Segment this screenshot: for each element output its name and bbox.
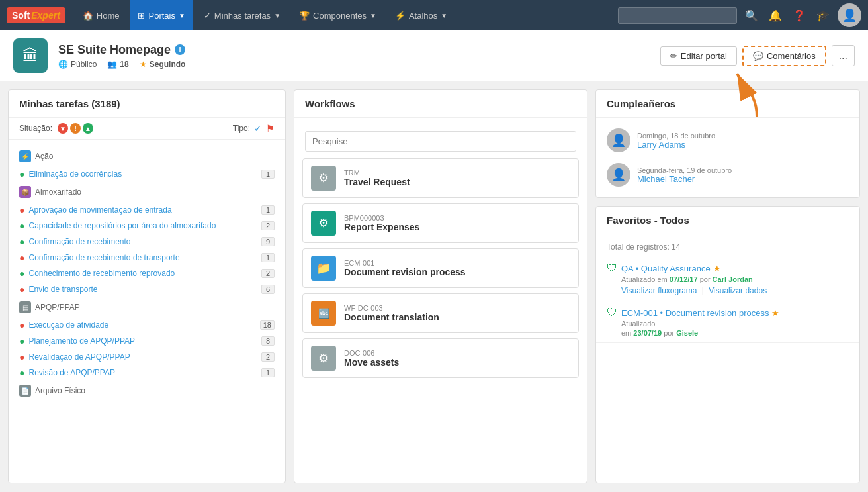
workflow-code-ecm: ECM-001 [344,259,466,267]
components-arrow: ▼ [370,12,376,19]
fav-ecm-date[interactable]: 23/07/19 [633,329,662,337]
portal-info: SE Suite Homepage i 🌐 Público 👥 18 ★ Seg… [58,43,650,69]
birthday-item-michael: 👤 Segunda-feira, 19 de outubro Michael T… [596,158,859,192]
portal-meta: 🌐 Público 👥 18 ★ Seguindo [58,60,650,69]
nav-shortcuts[interactable]: ⚡ Atalhos ▼ [387,0,455,30]
task-link-capacidade[interactable]: Capacidade de repositórios por área do a… [28,221,257,230]
task-item: ● Confirmação de recebimento 9 [9,234,285,250]
task-link-envio[interactable]: Envio de transporte [28,285,257,294]
comments-button[interactable]: 💬 Comentários [742,46,826,66]
softexpert-logo[interactable]: SoftExpert [7,7,65,23]
task-link-confirmacao-transporte[interactable]: Confirmação de recebimento de transporte [28,253,257,262]
michael-info: Segunda-feira, 19 de outubro Michael Tac… [637,166,732,184]
task-link-planejamento[interactable]: Planejamento de APQP/PPAP [28,336,257,346]
filter-tipo-label: Tipo: [233,124,250,133]
portais-arrow: ▼ [179,12,185,19]
filter-green-icon[interactable]: ▲ [83,123,93,134]
filter-orange-icon[interactable]: ! [70,123,81,134]
top-navigation: SoftExpert 🏠 Home ⊞ Portais ▼ ✓ Minhas t… [0,0,868,30]
filter-tipo-section: Tipo: ✓ ⚑ [233,123,275,134]
task-link-revalidacao[interactable]: Revalidação de APQP/PPAP [28,352,257,362]
notifications-icon[interactable]: 🔔 [766,9,785,22]
workflow-item-trm[interactable]: ⚙ TRM Travel Request [302,158,579,198]
task-link-revisao[interactable]: Revisão de APQP/PPAP [28,368,257,377]
apqp-category-label: APQP/PPAP [35,303,80,312]
fav-ecm-meta2: em 23/07/19 por Gisele [621,329,849,337]
michael-name[interactable]: Michael Tacher [637,174,732,184]
workflow-item-bpm[interactable]: ⚙ BPM000003 Report Expenses [302,203,579,243]
task-badge-aprovacao: 1 [261,205,275,215]
task-link-confirmacao[interactable]: Confirmação de recebimento [28,237,257,246]
fav-qa-star: ★ [713,264,721,273]
nav-components[interactable]: 🏆 Componentes ▼ [291,0,384,30]
user-avatar[interactable]: 👤 [838,3,861,27]
nav-portais[interactable]: ⊞ Portais ▼ [130,0,193,30]
academy-icon[interactable]: 🎓 [814,9,832,22]
portal-actions: ✏ Editar portal 💬 Comentários ... [660,45,855,66]
portal-visibility: 🌐 Público [58,60,97,69]
fav-qa-title-row: 🛡 QA • Quality Assurance ★ [607,262,849,274]
task-dot-red-icon: ● [19,352,24,362]
portal-info-icon[interactable]: i [175,44,185,55]
fav-qa-title[interactable]: QA • Quality Assurance [621,264,711,273]
edit-portal-button[interactable]: ✏ Editar portal [660,46,737,66]
filter-situacao-label: Situação: [19,124,52,133]
fav-qa-date[interactable]: 07/12/17 [670,275,698,283]
task-link-conhecimento[interactable]: Conhecimento de recebimento reprovado [28,269,257,278]
nav-components-label: Componentes [313,11,367,21]
larry-name[interactable]: Larry Adams [637,140,715,150]
workflow-icon-ecm: 📁 [311,256,336,281]
logo-soft-text: Soft [12,10,30,21]
filter-red-icon[interactable]: ▼ [58,123,68,134]
fav-ecm-title[interactable]: ECM-001 • Document revision process [621,308,769,318]
workflow-info-ecm: ECM-001 Document revision process [344,259,466,277]
right-panels: Cumpleañeros 👤 Domingo, 18 de outubro La… [595,89,860,483]
task-link-execucao[interactable]: Execução de atividade [28,320,255,330]
global-search-input[interactable] [618,7,737,24]
task-dot-red-icon: ● [19,252,24,263]
nav-home[interactable]: 🏠 Home [75,0,128,30]
task-link-aprovacao[interactable]: Aprovação de movimentação de entrada [28,205,257,215]
workflow-code-wfdc: WF-DC-003 [344,304,439,312]
help-icon[interactable]: ❓ [790,9,808,22]
nav-home-label: Home [97,11,120,21]
workflows-panel-header: Workflows [294,90,587,118]
task-item: ● Capacidade de repositórios por área do… [9,218,285,234]
arrow-indicator-container [730,67,770,120]
birthday-item-larry: 👤 Domingo, 18 de outubro Larry Adams [596,123,859,158]
category-almoxarifado: 📦 Almoxarifado [9,182,285,202]
more-options-button[interactable]: ... [832,45,855,66]
task-link-eliminacao[interactable]: Eliminação de ocorrências [28,170,257,179]
michael-date: Segunda-feira, 19 de outubro [637,166,732,174]
search-icon[interactable]: 🔍 [742,9,761,22]
workflow-item-ecm[interactable]: 📁 ECM-001 Document revision process [302,248,579,288]
filter-tipo-flag-icon[interactable]: ⚑ [266,123,275,134]
portal-following[interactable]: ★ Seguindo [140,60,186,69]
fav-item-qa: 🛡 QA • Quality Assurance ★ Atualizado em… [596,257,859,301]
workflow-item-wfdc[interactable]: 🔤 WF-DC-003 Document translation [302,293,579,333]
fav-ecm-user[interactable]: Gisele [676,329,698,337]
workflows-panel-title: Workflows [305,98,355,109]
workflow-item-doc[interactable]: ⚙ DOC-006 Move assets [302,338,579,378]
task-badge-execucao: 18 [260,320,275,330]
task-item: ● Eliminação de ocorrências 1 [9,166,285,182]
workflow-info-wfdc: WF-DC-003 Document translation [344,304,439,322]
nav-tasks-label: Minhas tarefas [214,11,271,21]
workflow-icon-doc: ⚙ [311,346,336,371]
apqp-category-icon: ▤ [19,301,31,313]
workflow-name-bpm: Report Expenses [344,222,419,232]
favoritos-panel: Favoritos - Todos Total de registros: 14… [595,206,860,483]
favoritos-panel-body: Total de registros: 14 🛡 QA • Quality As… [596,234,859,483]
larry-info: Domingo, 18 de outubro Larry Adams [637,132,715,150]
fav-qa-link-dados[interactable]: Visualizar dados [709,286,767,295]
fav-qa-link-fluxograma[interactable]: Visualizar fluxograma [621,286,697,295]
filter-tipo-check-icon[interactable]: ✓ [254,123,262,134]
workflows-search-input[interactable] [305,131,576,152]
nav-tasks[interactable]: ✓ Minhas tarefas ▼ [196,0,288,30]
fav-qa-user[interactable]: Carl Jordan [713,275,753,283]
fav-qa-link-separator: | [702,286,706,295]
edit-portal-label: Editar portal [681,51,727,61]
task-dot-red-icon: ● [19,205,24,215]
nav-portais-label: Portais [148,11,175,21]
tasks-panel: Minhas tarefas (3189) Situação: ▼ ! ▲ Ti… [8,89,286,483]
